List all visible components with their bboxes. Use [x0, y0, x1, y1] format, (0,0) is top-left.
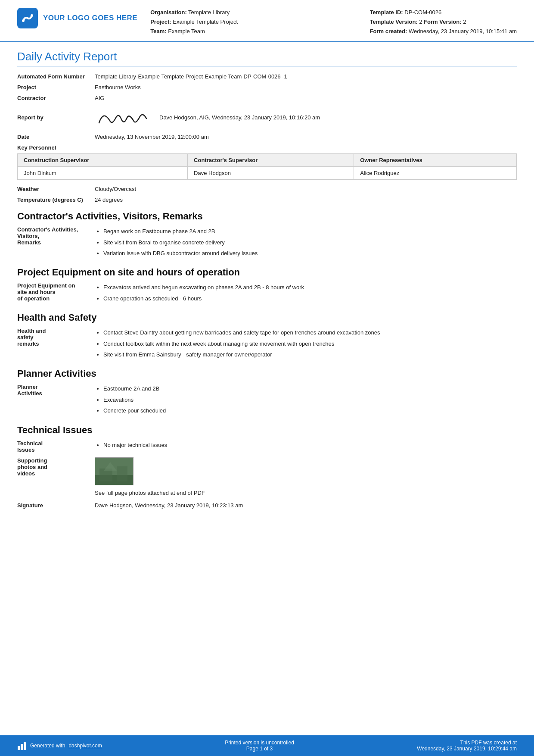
supporting-photos-row: Supportingphotos andvideos See full page…: [17, 457, 517, 496]
list-item: Contact Steve Daintry about getting new …: [103, 328, 517, 337]
health-safety-list: Contact Steve Daintry about getting new …: [95, 328, 517, 359]
signature-label: Signature: [17, 502, 95, 509]
org-label: Organisation:: [150, 9, 187, 16]
project-field-label: Project: [17, 84, 95, 91]
contractor-label: Contractor: [17, 95, 95, 101]
contractors-activities-value: Began work on Eastbourne phase 2A and 2B…: [95, 226, 517, 259]
col-owner-representatives: Owner Representatives: [354, 154, 517, 167]
col-contractors-supervisor: Contractor's Supervisor: [188, 154, 354, 167]
photo-thumbnail: [95, 457, 134, 485]
technical-issues-row: TechnicalIssues No major technical issue…: [17, 440, 517, 453]
planner-activities-row: PlannerActivities Eastbourne 2A and 2B E…: [17, 384, 517, 416]
header-middle: Organisation: Template Library Project: …: [150, 8, 369, 36]
footer-center: Printed version is uncontrolled Page 1 o…: [225, 740, 294, 752]
temperature-label: Temperature (degrees C): [17, 197, 95, 203]
svg-rect-6: [117, 466, 127, 481]
date-value: Wednesday, 13 November 2019, 12:00:00 am: [95, 134, 517, 140]
form-created-row: Form created: Wednesday, 23 January 2019…: [370, 27, 517, 36]
template-version-value: 2: [419, 19, 422, 25]
list-item: No major technical issues: [103, 440, 517, 450]
contractor-row: Contractor AIG: [17, 95, 517, 101]
signature-svg: [95, 106, 151, 129]
project-equipment-row: Project Equipment onsite and hoursof ope…: [17, 282, 517, 304]
team-value: Example Team: [168, 28, 205, 34]
template-id-row: Template ID: DP-COM-0026: [370, 8, 517, 17]
form-number-row: Automated Form Number Template Library-E…: [17, 73, 517, 80]
report-by-text: Dave Hodgson, AIG, Wednesday, 23 January…: [159, 114, 320, 121]
technical-issues-title: Technical Issues: [17, 425, 517, 436]
org-value: Template Library: [188, 9, 230, 16]
health-safety-label: Health andsafetyremarks: [17, 328, 95, 347]
supporting-photos-value: See full page photos attached at end of …: [95, 457, 517, 496]
project-equipment-label: Project Equipment onsite and hoursof ope…: [17, 282, 95, 302]
contractor-value: AIG: [95, 95, 517, 101]
team-row: Team: Example Team: [150, 27, 369, 36]
team-label: Team:: [150, 28, 166, 34]
footer-right: This PDF was created at Wednesday, 23 Ja…: [417, 740, 517, 752]
form-created-label: Form created:: [370, 28, 407, 34]
report-by-label: Report by: [17, 114, 95, 121]
footer-printed-text: Printed version is uncontrolled: [225, 740, 294, 746]
cell-construction-supervisor: John Dinkum: [18, 167, 188, 180]
form-number-value: Template Library-Example Template Projec…: [95, 73, 517, 80]
list-item: Excavators arrived and begun excavating …: [103, 282, 517, 292]
planner-activities-title: Planner Activities: [17, 368, 517, 379]
footer-right-date: Wednesday, 23 January 2019, 10:29:44 am: [417, 746, 517, 752]
key-personnel-label: Key Personnel: [17, 144, 517, 151]
date-label: Date: [17, 134, 95, 140]
footer-generated-text: Generated with: [30, 743, 65, 749]
supporting-photos-label: Supportingphotos andvideos: [17, 457, 95, 477]
list-item: Conduct toolbox talk within the next wee…: [103, 339, 517, 349]
project-field-value: Eastbourne Works: [95, 84, 517, 91]
list-item: Variation issue with DBG subcontractor a…: [103, 248, 517, 258]
list-item: Eastbourne 2A and 2B: [103, 384, 517, 394]
report-title: Daily Activity Report: [17, 50, 517, 66]
form-version-value: 2: [463, 19, 466, 25]
contractors-activities-title: Contractor's Activities, Visitors, Remar…: [17, 211, 517, 222]
svg-rect-8: [18, 746, 20, 750]
svg-point-1: [22, 19, 25, 22]
svg-point-2: [31, 14, 33, 17]
contractors-activities-row: Contractor's Activities,Visitors,Remarks…: [17, 226, 517, 259]
report-by-value-container: Dave Hodgson, AIG, Wednesday, 23 January…: [95, 106, 517, 129]
weather-label: Weather: [17, 186, 95, 192]
footer-left: Generated with dashpivot.com: [17, 741, 102, 750]
footer: Generated with dashpivot.com Printed ver…: [0, 735, 534, 756]
template-id-value: DP-COM-0026: [404, 9, 441, 16]
table-row: John Dinkum Dave Hodgson Alice Rodriguez: [18, 167, 517, 180]
page: YOUR LOGO GOES HERE Organisation: Templa…: [0, 0, 534, 756]
template-version-row: Template Version: 2 Form Version: 2: [370, 17, 517, 27]
personnel-header-row: Construction Supervisor Contractor's Sup…: [18, 154, 517, 167]
weather-row: Weather Cloudy/Overcast: [17, 186, 517, 192]
list-item: Excavations: [103, 395, 517, 405]
project-value: Example Template Project: [173, 19, 238, 25]
cell-owner-representatives: Alice Rodriguez: [354, 167, 517, 180]
project-equipment-value: Excavators arrived and begun excavating …: [95, 282, 517, 304]
footer-page-text: Page 1 of 3: [225, 746, 294, 752]
health-safety-row: Health andsafetyremarks Contact Steve Da…: [17, 328, 517, 360]
list-item: Concrete pour scheduled: [103, 406, 517, 415]
temperature-value: 24 degrees: [95, 197, 517, 203]
temperature-row: Temperature (degrees C) 24 degrees: [17, 197, 517, 203]
org-row: Organisation: Template Library: [150, 8, 369, 17]
template-version-label: Template Version:: [370, 19, 418, 25]
list-item: Site visit from Boral to organise concre…: [103, 237, 517, 247]
photo-caption: See full page photos attached at end of …: [95, 490, 517, 496]
header-right: Template ID: DP-COM-0026 Template Versio…: [370, 8, 517, 36]
technical-issues-list: No major technical issues: [95, 440, 517, 450]
project-equipment-list: Excavators arrived and begun excavating …: [95, 282, 517, 303]
date-row: Date Wednesday, 13 November 2019, 12:00:…: [17, 134, 517, 140]
form-number-label: Automated Form Number: [17, 73, 95, 80]
cell-contractors-supervisor: Dave Hodgson: [188, 167, 354, 180]
form-created-value: Wednesday, 23 January 2019, 10:15:41 am: [409, 28, 517, 34]
col-construction-supervisor: Construction Supervisor: [18, 154, 188, 167]
planner-activities-value: Eastbourne 2A and 2B Excavations Concret…: [95, 384, 517, 416]
technical-issues-value: No major technical issues: [95, 440, 517, 451]
project-equipment-title: Project Equipment on site and hours of o…: [17, 267, 517, 278]
project-row: Project: Example Template Project: [150, 17, 369, 27]
list-item: Site visit from Emma Sainsbury - safety …: [103, 350, 517, 359]
footer-link[interactable]: dashpivot.com: [68, 743, 102, 749]
report-by-row: Report by Dave Hodgson, AIG, Wednesday, …: [17, 106, 517, 129]
planner-activities-list: Eastbourne 2A and 2B Excavations Concret…: [95, 384, 517, 415]
header: YOUR LOGO GOES HERE Organisation: Templa…: [0, 0, 534, 42]
